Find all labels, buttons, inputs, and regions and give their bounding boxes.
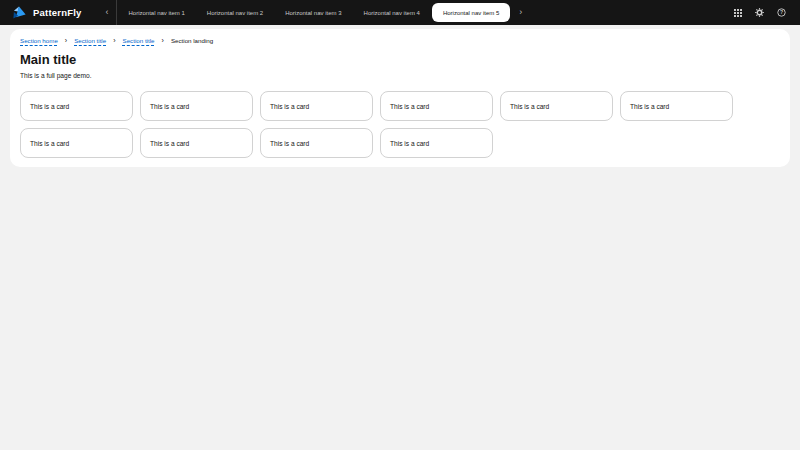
card: This is a card <box>260 128 373 158</box>
card: This is a card <box>140 91 253 121</box>
breadcrumb-current: Section landing <box>171 37 213 44</box>
card-title: This is a card <box>390 140 429 147</box>
masthead: PatternFly ‹ Horizontal nav item 1 Horiz… <box>0 0 800 25</box>
card: This is a card <box>380 128 493 158</box>
card: This is a card <box>500 91 613 121</box>
card: This is a card <box>20 91 133 121</box>
chevron-right-icon: › <box>519 7 522 17</box>
app-launcher-button[interactable] <box>732 7 744 19</box>
grid-icon <box>734 9 742 17</box>
svg-text:?: ? <box>780 9 783 15</box>
breadcrumb-link-section-home[interactable]: Section home <box>20 37 58 44</box>
horizontal-nav: Horizontal nav item 1 Horizontal nav ite… <box>117 0 511 25</box>
brand[interactable]: PatternFly <box>12 5 81 20</box>
patternfly-logo-icon <box>12 5 27 20</box>
card: This is a card <box>20 128 133 158</box>
card-title: This is a card <box>150 140 189 147</box>
breadcrumb-separator-icon: › <box>162 37 164 44</box>
card-title: This is a card <box>510 103 549 110</box>
breadcrumb: Section home › Section title › Section t… <box>20 37 780 44</box>
card-title: This is a card <box>270 103 309 110</box>
card-title: This is a card <box>150 103 189 110</box>
card-title: This is a card <box>270 140 309 147</box>
help-button[interactable]: ? <box>775 6 788 19</box>
card: This is a card <box>140 128 253 158</box>
nav-item-3[interactable]: Horizontal nav item 3 <box>274 0 352 25</box>
breadcrumb-link-section-title-1[interactable]: Section title <box>74 37 106 44</box>
nav-item-1[interactable]: Horizontal nav item 1 <box>117 0 195 25</box>
settings-button[interactable] <box>753 6 766 19</box>
breadcrumb-separator-icon: › <box>65 37 67 44</box>
card-title: This is a card <box>30 140 69 147</box>
page-subtitle: This is a full page demo. <box>20 71 780 80</box>
breadcrumb-link-section-title-2[interactable]: Section title <box>123 37 155 44</box>
card-title: This is a card <box>630 103 669 110</box>
nav-scroll-left-button[interactable]: ‹ <box>97 0 116 25</box>
nav-item-5[interactable]: Horizontal nav item 5 <box>432 3 510 22</box>
gear-icon <box>755 8 764 17</box>
chevron-left-icon: ‹ <box>105 7 108 17</box>
brand-name: PatternFly <box>33 7 81 18</box>
question-circle-icon: ? <box>777 8 786 17</box>
card: This is a card <box>620 91 733 121</box>
nav-item-2[interactable]: Horizontal nav item 2 <box>196 0 274 25</box>
page-panel: Section home › Section title › Section t… <box>10 29 790 167</box>
card: This is a card <box>260 91 373 121</box>
page-title: Main title <box>20 52 780 67</box>
card-gallery: This is a card This is a card This is a … <box>20 91 780 158</box>
masthead-toolbar: ? <box>732 6 788 19</box>
card-title: This is a card <box>30 103 69 110</box>
nav-scroll-right-button[interactable]: › <box>511 0 530 25</box>
card: This is a card <box>380 91 493 121</box>
breadcrumb-separator-icon: › <box>113 37 115 44</box>
nav-item-4[interactable]: Horizontal nav item 4 <box>353 0 431 25</box>
card-title: This is a card <box>390 103 429 110</box>
